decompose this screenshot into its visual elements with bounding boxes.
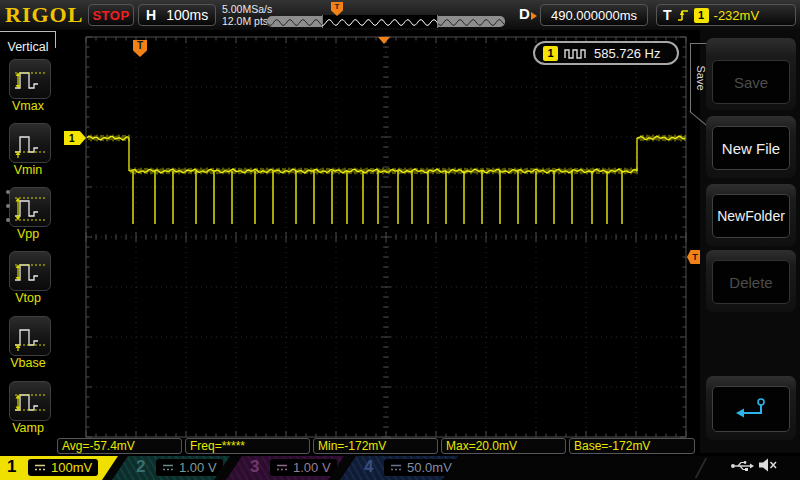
usb-icon: [730, 459, 754, 473]
acquisition-info: 5.00MSa/s 12.0M pts: [222, 3, 272, 27]
new-file-button-label: New File: [722, 140, 780, 157]
horizontal-delay-box[interactable]: 490.000000ms: [540, 4, 648, 26]
trigger-source-badge: 1: [694, 8, 709, 23]
h-label: H: [146, 7, 156, 23]
channel-3-tab[interactable]: 3 1.00 V: [226, 456, 344, 480]
frequency-counter: 1 585.726 Hz: [533, 41, 679, 65]
menu-item-vbase[interactable]: [9, 316, 51, 356]
run-state-label: STOP: [92, 8, 129, 23]
scroll-indicator-dot: [6, 218, 10, 222]
menu-item-vtop[interactable]: [9, 251, 51, 291]
measurement-min: Min=-172mV: [313, 438, 438, 454]
channel-scale: 1.00 V: [179, 460, 217, 475]
memory-waveform-icon: [267, 16, 505, 29]
menu-item-vmin[interactable]: [9, 123, 51, 163]
vamp-measure-icon: [12, 384, 48, 418]
menu-item-vpp[interactable]: [9, 187, 51, 227]
memory-trigger-flag-icon[interactable]: T: [331, 2, 343, 16]
channel-number: 3: [250, 457, 259, 477]
vmax-measure-icon: [12, 62, 48, 96]
vpp-measure-icon: [12, 190, 48, 224]
dc-coupling-icon: [34, 463, 46, 472]
trigger-label: T: [663, 7, 672, 23]
return-arrow-icon: [731, 396, 771, 422]
channel-number: 4: [364, 457, 373, 477]
menu-item-label[interactable]: Vbase: [0, 356, 56, 370]
menu-item-vamp[interactable]: [9, 381, 51, 421]
dc-coupling-icon: [390, 463, 402, 472]
channel-number: 1: [7, 457, 16, 477]
delay-label: D: [519, 5, 530, 22]
dc-coupling-icon: [162, 463, 174, 472]
trigger-level-value: -232mV: [714, 8, 760, 23]
rigol-logo: RIGOL: [5, 2, 83, 28]
speaker-muted-icon: [758, 457, 778, 473]
vmin-measure-icon: [12, 126, 48, 160]
delay-value: 490.000000ms: [551, 8, 637, 23]
menu-tab-label: Save: [695, 65, 707, 90]
channel-scale: 50.0mV: [407, 460, 452, 475]
measurement-freq: Freq=*****: [185, 438, 310, 454]
delete-button[interactable]: Delete: [712, 260, 790, 304]
delay-direction-icon: [531, 12, 537, 20]
channel1-level-marker[interactable]: 1: [64, 131, 86, 145]
channel-status-bar: 1 100mV 2 1.00 V 3: [0, 456, 800, 480]
graticule-and-waveform: [0, 0, 800, 480]
oscilloscope-screen: RIGOL STOP H 100ms 5.00MSa/s 12.0M pts T…: [0, 0, 800, 480]
channel-scale: 1.00 V: [293, 460, 331, 475]
channel-scale: 100mV: [51, 460, 92, 475]
dc-coupling-icon: [276, 463, 288, 472]
scroll-indicator-dot: [6, 190, 10, 194]
save-button-label: Save: [734, 74, 768, 91]
memory-depth: 12.0M pts: [222, 15, 272, 27]
vtop-measure-icon: [12, 254, 48, 288]
trigger-info-box[interactable]: T 1 -232mV: [656, 4, 796, 26]
menu-item-vmax[interactable]: [9, 59, 51, 99]
run-stop-status[interactable]: STOP: [88, 4, 134, 26]
new-file-button[interactable]: New File: [712, 126, 790, 170]
rising-edge-icon: [677, 8, 689, 23]
channel-1-tab[interactable]: 1 100mV: [0, 456, 118, 480]
trigger-position-flag-icon[interactable]: T: [133, 40, 147, 57]
vbase-measure-icon: [12, 319, 48, 353]
square-wave-icon: [564, 47, 588, 60]
top-status-bar: RIGOL STOP H 100ms 5.00MSa/s 12.0M pts T…: [0, 0, 800, 31]
scroll-indicator-dot: [6, 204, 10, 208]
horizontal-timebase-box[interactable]: H 100ms: [138, 4, 216, 26]
measurement-max: Max=20.0mV: [441, 438, 566, 454]
channel-4-tab[interactable]: 4 50.0mV: [340, 456, 458, 480]
frequency-value: 585.726 Hz: [594, 46, 661, 61]
delete-button-label: Delete: [729, 274, 772, 291]
timebase-value: 100ms: [166, 7, 208, 23]
left-menu-title: Vertical: [0, 40, 56, 54]
menu-item-label[interactable]: Vpp: [0, 227, 56, 241]
measurement-avg: Avg=-57.4mV: [57, 438, 182, 454]
measurement-base: Base=-172mV: [569, 438, 695, 454]
menu-item-label[interactable]: Vtop: [0, 291, 56, 305]
menu-item-label[interactable]: Vamp: [0, 421, 56, 435]
return-button[interactable]: [712, 386, 790, 432]
new-folder-button[interactable]: NewFolder: [712, 194, 790, 238]
channel-number: 2: [136, 457, 145, 477]
vertical-measure-menu: Vertical Vmax Vmin: [0, 31, 56, 452]
trigger-level-marker[interactable]: T: [687, 250, 700, 264]
save-button[interactable]: Save: [712, 60, 790, 104]
delay-center-marker-icon: [378, 37, 390, 44]
new-folder-button-label: NewFolder: [717, 208, 785, 224]
sample-rate: 5.00MSa/s: [222, 3, 272, 15]
channel-2-tab[interactable]: 2 1.00 V: [112, 456, 230, 480]
menu-item-label[interactable]: Vmax: [0, 99, 56, 113]
freq-counter-channel-badge: 1: [543, 46, 558, 61]
menu-item-label[interactable]: Vmin: [0, 163, 56, 177]
